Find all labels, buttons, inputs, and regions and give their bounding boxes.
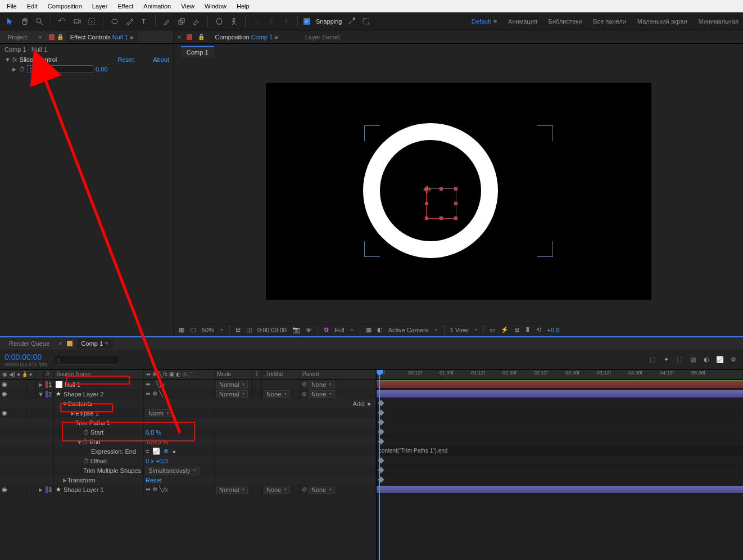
resolution-icon[interactable]: ⊞	[235, 326, 241, 333]
twirl-icon[interactable]: ▼	[4, 56, 10, 63]
tab-close[interactable]: ×	[58, 340, 62, 347]
camera-select[interactable]: Active Camera	[388, 327, 429, 333]
prop-start[interactable]: ⏱ Start 0,0 %	[0, 427, 376, 437]
layer-row-shape2[interactable]: ◉ ▼ 2 ★Shape Layer 2 ⬌ ✻ ╲ Normal▼ None▼…	[0, 389, 376, 399]
graph-editor-icon[interactable]: 📈	[715, 355, 725, 365]
snapping-checkbox[interactable]: ✓	[303, 18, 310, 25]
text-tool-icon[interactable]: T	[138, 16, 149, 27]
grid-icon[interactable]: ▦	[179, 326, 184, 333]
monitor-icon[interactable]: 🖵	[190, 327, 196, 333]
project-tab[interactable]: Project	[3, 32, 31, 42]
menu-view[interactable]: View	[176, 1, 199, 11]
slider-name-input[interactable]	[27, 65, 93, 73]
mask-icon[interactable]: ◐	[377, 326, 383, 333]
slider-value[interactable]: 0,00	[96, 66, 107, 73]
trkmat-select[interactable]: None▼	[264, 486, 290, 494]
layer-bar-shape1[interactable]	[377, 486, 743, 493]
layer-row-null1[interactable]: ◉ ► 1 Null 1 ⬌ ╲ fx Normal▼ ⊘ None▼	[0, 380, 376, 389]
reset-link[interactable]: Reset	[146, 477, 162, 484]
composition-tab[interactable]: Composition Comp 1 ≡	[210, 32, 282, 42]
snap-edge-icon[interactable]	[346, 16, 357, 27]
exposure-value[interactable]: +0,0	[547, 327, 559, 333]
workspace-minimal[interactable]: Минимальная	[698, 18, 739, 25]
current-timecode[interactable]: 0:00:00:00	[4, 353, 47, 362]
menu-edit[interactable]: Edit	[22, 1, 42, 11]
expression-text[interactable]: content("Trim Paths 1").end	[379, 448, 447, 454]
reset-button[interactable]: Reset	[118, 56, 134, 63]
viewer-timecode[interactable]: 0:00:00:00	[257, 327, 287, 333]
effect-slider-control[interactable]: ▼ fx Slider Control Reset About	[0, 55, 174, 64]
stopwatch-icon[interactable]: ⏱	[83, 430, 89, 435]
stopwatch-icon[interactable]: ⏱	[19, 66, 25, 72]
menu-effect[interactable]: Effect	[113, 1, 138, 11]
expr-menu-icon[interactable]: ●	[172, 448, 176, 455]
menu-layer[interactable]: Layer	[88, 1, 112, 11]
prop-trim-multiple[interactable]: Trim Multiple Shapes Simultaneously▼	[0, 466, 376, 475]
expr-enable-icon[interactable]: =	[146, 448, 149, 455]
hand-tool-icon[interactable]	[19, 16, 30, 27]
workspace-animation[interactable]: Анимация	[508, 18, 537, 25]
composition-canvas[interactable]	[266, 83, 651, 300]
render-queue-tab[interactable]: Render Queue	[4, 338, 54, 349]
selection-tool-icon[interactable]	[4, 16, 16, 27]
menu-composition[interactable]: Composition	[43, 1, 87, 11]
menu-animation[interactable]: Animation	[139, 1, 175, 11]
trim-mode-select[interactable]: Simultaneously▼	[146, 467, 200, 475]
hide-shy-icon[interactable]: ⬚	[674, 355, 685, 365]
layer-row-shape1[interactable]: ◉ ► 3 ★Shape Layer 1 ⬌ ✻ ╲ fx Normal▼ No…	[0, 485, 376, 494]
clone-tool-icon[interactable]	[176, 16, 187, 27]
orbit-tool-icon[interactable]	[57, 16, 68, 27]
workspace-all-panels[interactable]: Все панели	[593, 18, 626, 25]
effect-controls-tab[interactable]: Effect Controls Null 1 ≡	[66, 32, 138, 42]
views-select[interactable]: 1 View	[450, 327, 469, 333]
prop-trim-paths[interactable]: Trim Paths 1	[0, 418, 376, 427]
timeline-comp-tab[interactable]: Comp 1 ≡	[77, 338, 113, 349]
project-tab-close[interactable]: ×	[34, 32, 46, 42]
workspace-small-screen[interactable]: Маленький экран	[637, 18, 687, 25]
pen-tool-icon[interactable]	[124, 16, 135, 27]
composition-viewer[interactable]	[174, 60, 743, 323]
expr-graph-icon[interactable]: 📈	[152, 448, 160, 455]
pan-behind-tool-icon[interactable]	[86, 16, 97, 27]
layer-bar-shape2[interactable]	[377, 390, 743, 398]
prop-end[interactable]: ▼⏱ End 100,0 %	[0, 437, 376, 446]
menu-help[interactable]: Help	[232, 1, 254, 11]
comp-panel-close[interactable]: ×	[178, 34, 181, 40]
stopwatch-icon[interactable]: ⏱	[83, 458, 89, 464]
workspace-default[interactable]: Default ≡	[472, 18, 497, 25]
roi-icon[interactable]: ◫	[246, 326, 252, 333]
prop-ellipse1[interactable]: ◉ ►Ellipse 1 Norm▼	[0, 408, 376, 418]
view-axis-icon[interactable]: ⊹	[280, 16, 292, 27]
eraser-tool-icon[interactable]	[191, 16, 202, 27]
mode-select[interactable]: Normal▼	[216, 486, 248, 494]
prop-offset[interactable]: ⏱ Offset 0 x +0,0	[0, 456, 376, 466]
zoom-level[interactable]: 50%	[202, 327, 214, 333]
time-ruler[interactable]: 00f 00:12f 01:00f 01:12f 02:00f 02:12f 0…	[377, 370, 743, 380]
menu-window[interactable]: Window	[200, 1, 231, 11]
lock-icon[interactable]: 🔒	[57, 34, 64, 40]
layer-search-input[interactable]: ⌕	[53, 355, 120, 365]
parent-select[interactable]: None▼	[309, 486, 335, 494]
resolution-select[interactable]: Full	[334, 327, 345, 333]
timeline-icon[interactable]: ⊞	[514, 326, 519, 333]
world-axis-icon[interactable]: ⊹	[266, 16, 277, 27]
motion-blur-icon[interactable]: ◐	[701, 355, 712, 365]
channels-icon[interactable]: ✿	[324, 326, 329, 333]
local-axis-icon[interactable]: ⊹	[251, 16, 262, 27]
twirl-icon[interactable]: ►	[11, 66, 17, 73]
show-snapshot-icon[interactable]: 👁	[306, 327, 312, 333]
prop-transform[interactable]: ►Transform Reset	[0, 475, 376, 485]
prop-contents[interactable]: ▼Contents Add: ●	[0, 399, 376, 408]
frame-blend-icon[interactable]: ▧	[688, 355, 698, 365]
stopwatch-icon[interactable]: ⏱	[82, 439, 88, 445]
parent-select[interactable]: None▼	[309, 390, 335, 398]
puppet-tool-icon[interactable]	[228, 16, 239, 27]
pixel-aspect-icon[interactable]: ▭	[490, 326, 495, 333]
mode-select[interactable]: Normal▼	[216, 381, 248, 389]
mode-select[interactable]: Normal▼	[216, 390, 248, 398]
draft3d-icon[interactable]: ✦	[661, 355, 671, 365]
brush-tool-icon[interactable]	[161, 16, 173, 27]
trkmat-select[interactable]: None▼	[264, 390, 290, 398]
fast-preview-icon[interactable]: ⚡	[501, 326, 509, 333]
lock-icon[interactable]: 🔒	[198, 34, 205, 40]
